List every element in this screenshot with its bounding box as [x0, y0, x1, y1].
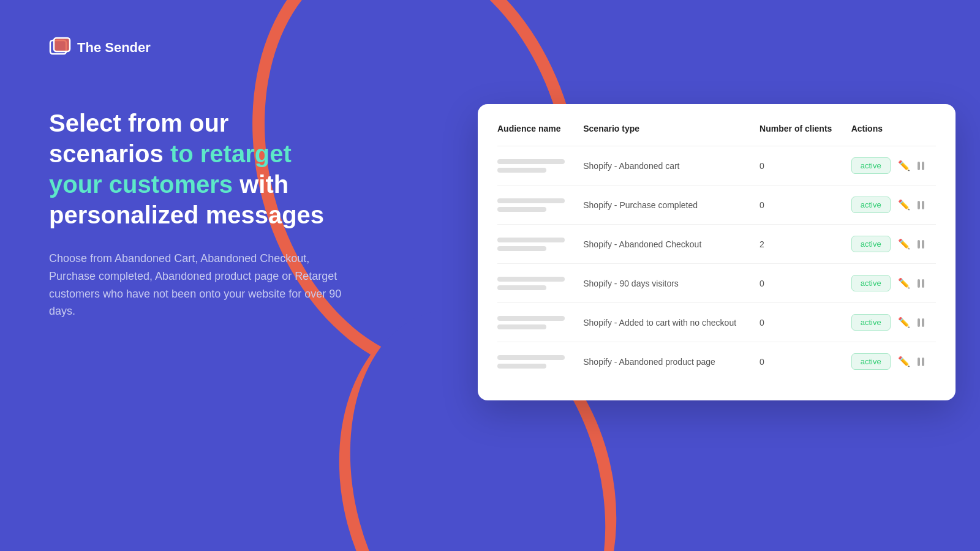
placeholder-line-short — [497, 168, 546, 173]
status-badge[interactable]: active — [851, 197, 891, 213]
logo-area: The Sender — [49, 37, 368, 59]
pause-icon[interactable] — [918, 201, 924, 209]
placeholder-line-short — [497, 207, 546, 212]
actions-cell: active ✏️ — [844, 146, 936, 186]
pause-bar-right — [922, 279, 924, 288]
actions-container: active ✏️ — [851, 314, 929, 331]
pause-bar-right — [922, 201, 924, 209]
table-row: Shopify - Abandoned product page0 active… — [497, 342, 936, 381]
actions-container: active ✏️ — [851, 353, 929, 370]
pause-bar-right — [922, 162, 924, 170]
col-actions: Actions — [844, 124, 936, 146]
actions-cell: active ✏️ — [844, 342, 936, 381]
num-clients-cell: 0 — [752, 146, 844, 186]
placeholder-line-long — [497, 277, 565, 282]
placeholder-line-long — [497, 238, 565, 242]
actions-cell: active ✏️ — [844, 186, 936, 225]
placeholder-line-short — [497, 285, 546, 290]
scenarios-table: Audience name Scenario type Number of cl… — [497, 124, 936, 381]
edit-icon[interactable]: ✏️ — [898, 238, 910, 250]
pause-icon[interactable] — [918, 279, 924, 288]
left-panel: The Sender Select from our scenarios to … — [0, 0, 417, 551]
actions-cell: active ✏️ — [844, 225, 936, 264]
headline-part1: Select from our — [49, 110, 228, 137]
actions-container: active ✏️ — [851, 197, 929, 213]
pause-bar-left — [918, 162, 920, 170]
table-row: Shopify - Added to cart with no checkout… — [497, 303, 936, 342]
svg-rect-1 — [54, 38, 70, 51]
audience-name-cell — [497, 225, 576, 264]
table-row: Shopify - Abandoned Checkout2 active ✏️ — [497, 225, 936, 264]
scenario-type-cell: Shopify - Abandoned cart — [576, 146, 752, 186]
col-scenario-type: Scenario type — [576, 124, 752, 146]
placeholder-line-short — [497, 246, 546, 251]
pause-bar-left — [918, 240, 920, 249]
headline-your-customers: your customers — [49, 171, 233, 198]
table-row: Shopify - Purchase completed0 active ✏️ — [497, 186, 936, 225]
num-clients-cell: 0 — [752, 186, 844, 225]
edit-icon[interactable]: ✏️ — [898, 277, 910, 289]
scenarios-table-panel: Audience name Scenario type Number of cl… — [478, 104, 956, 400]
pause-bar-right — [922, 318, 924, 327]
audience-placeholder — [497, 159, 568, 173]
table-row: Shopify - Abandoned cart0 active ✏️ — [497, 146, 936, 186]
pause-icon[interactable] — [918, 318, 924, 327]
headline-part5: personalized messages — [49, 201, 324, 228]
hero-description: Choose from Abandoned Cart, Abandoned Ch… — [49, 250, 343, 320]
placeholder-line-short — [497, 324, 546, 329]
scenario-type-cell: Shopify - Added to cart with no checkout — [576, 303, 752, 342]
pause-bar-left — [918, 279, 920, 288]
table-container: Audience name Scenario type Number of cl… — [478, 104, 956, 400]
col-audience-name: Audience name — [497, 124, 576, 146]
audience-name-cell — [497, 264, 576, 303]
table-row: Shopify - 90 days visitors0 active ✏️ — [497, 264, 936, 303]
pause-icon[interactable] — [918, 162, 924, 170]
num-clients-cell: 0 — [752, 303, 844, 342]
actions-cell: active ✏️ — [844, 264, 936, 303]
audience-placeholder — [497, 198, 568, 212]
scenario-type-cell: Shopify - Purchase completed — [576, 186, 752, 225]
table-header-row: Audience name Scenario type Number of cl… — [497, 124, 936, 146]
scenario-type-cell: Shopify - Abandoned product page — [576, 342, 752, 381]
status-badge[interactable]: active — [851, 353, 891, 370]
status-badge[interactable]: active — [851, 314, 891, 331]
audience-placeholder — [497, 316, 568, 329]
scenario-type-cell: Shopify - 90 days visitors — [576, 264, 752, 303]
num-clients-cell: 0 — [752, 342, 844, 381]
audience-placeholder — [497, 277, 568, 290]
audience-name-cell — [497, 303, 576, 342]
page-background: The Sender Select from our scenarios to … — [0, 0, 980, 551]
status-badge[interactable]: active — [851, 275, 891, 291]
pause-bar-left — [918, 318, 920, 327]
headline-with: with — [239, 171, 288, 198]
headline-highlight1: to retarget — [170, 140, 292, 167]
pause-icon[interactable] — [918, 240, 924, 249]
status-badge[interactable]: active — [851, 236, 891, 252]
actions-container: active ✏️ — [851, 236, 929, 252]
brand-name: The Sender — [77, 40, 151, 56]
edit-icon[interactable]: ✏️ — [898, 199, 910, 211]
actions-container: active ✏️ — [851, 275, 929, 291]
pause-bar-right — [922, 240, 924, 249]
placeholder-line-short — [497, 364, 546, 369]
num-clients-cell: 2 — [752, 225, 844, 264]
scenario-type-cell: Shopify - Abandoned Checkout — [576, 225, 752, 264]
pause-bar-right — [922, 358, 924, 366]
audience-name-cell — [497, 186, 576, 225]
edit-icon[interactable]: ✏️ — [898, 317, 910, 328]
logo-icon — [49, 37, 71, 59]
placeholder-line-long — [497, 198, 565, 203]
audience-placeholder — [497, 355, 568, 369]
edit-icon[interactable]: ✏️ — [898, 160, 910, 171]
hero-headline: Select from our scenarios to retarget yo… — [49, 108, 368, 230]
headline-part2: scenarios — [49, 140, 170, 167]
placeholder-line-long — [497, 316, 565, 321]
pause-bar-left — [918, 201, 920, 209]
actions-container: active ✏️ — [851, 157, 929, 174]
status-badge[interactable]: active — [851, 157, 891, 174]
edit-icon[interactable]: ✏️ — [898, 356, 910, 367]
audience-name-cell — [497, 342, 576, 381]
col-num-clients: Number of clients — [752, 124, 844, 146]
audience-placeholder — [497, 238, 568, 251]
pause-icon[interactable] — [918, 358, 924, 366]
